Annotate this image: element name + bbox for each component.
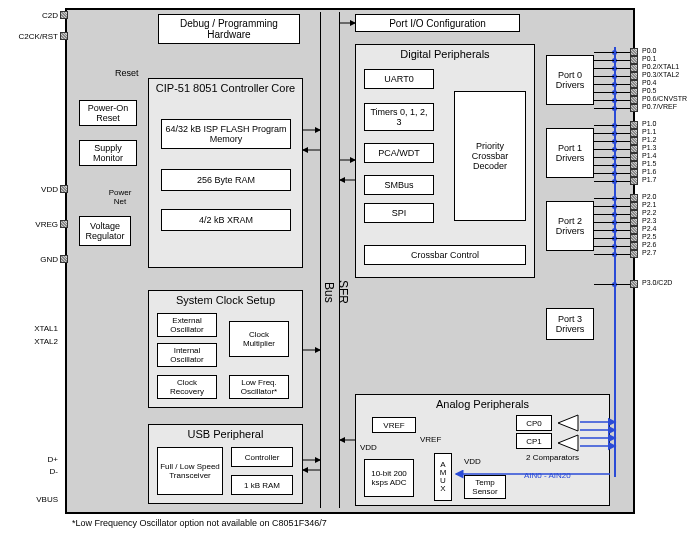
pin-wire bbox=[594, 284, 630, 285]
comparators-label: 2 Comparators bbox=[526, 453, 579, 462]
pin-wire bbox=[594, 222, 630, 223]
clock-title: System Clock Setup bbox=[149, 291, 302, 309]
pin-wire bbox=[594, 181, 630, 182]
analog-title: Analog Peripherals bbox=[356, 395, 609, 413]
pin-wire bbox=[594, 246, 630, 247]
pin-vreg bbox=[60, 220, 68, 228]
pin-p0-3-xtal2 bbox=[630, 72, 638, 80]
pin-wire bbox=[594, 198, 630, 199]
pin-label-p1-5: P1.5 bbox=[642, 160, 656, 167]
pin-label-xtal1: XTAL1 bbox=[0, 324, 58, 333]
pin-label-vreg: VREG bbox=[0, 220, 58, 229]
pin-wire bbox=[594, 230, 630, 231]
pin-p1-5 bbox=[630, 161, 638, 169]
pin-wire bbox=[594, 214, 630, 215]
adc-box: 10-bit 200 ksps ADC bbox=[364, 459, 414, 497]
digital-title: Digital Peripherals bbox=[356, 45, 534, 63]
pin-p3-0-c2d bbox=[630, 280, 638, 288]
digital-peripherals-group: Digital Peripherals UART0 Timers 0, 1, 2… bbox=[355, 44, 535, 278]
pin-p1-0 bbox=[630, 121, 638, 129]
pin-wire bbox=[594, 254, 630, 255]
usb-ram: 1 kB RAM bbox=[231, 475, 293, 495]
pin-p2-5 bbox=[630, 234, 638, 242]
svg-marker-1 bbox=[558, 435, 578, 451]
vdd-input-label: VDD bbox=[360, 443, 377, 452]
pin-label-gnd: GND bbox=[0, 255, 58, 264]
pin-wire bbox=[594, 84, 630, 85]
pin-p0-6-cnvstr bbox=[630, 96, 638, 104]
temp-sensor: Temp Sensor bbox=[464, 475, 506, 499]
pin-p2-2 bbox=[630, 210, 638, 218]
pin-wire bbox=[594, 165, 630, 166]
pin-wire bbox=[594, 76, 630, 77]
int-oscillator: Internal Oscillator bbox=[157, 343, 217, 367]
pin-label-p1-2: P1.2 bbox=[642, 136, 656, 143]
pin-label-p1-3: P1.3 bbox=[642, 144, 656, 151]
pin-p2-4 bbox=[630, 226, 638, 234]
pin-label-p0-1: P0.1 bbox=[642, 55, 656, 62]
pin-p1-3 bbox=[630, 145, 638, 153]
pin-p2-3 bbox=[630, 218, 638, 226]
smbus: SMBus bbox=[364, 175, 434, 195]
pin-label-p2-0: P2.0 bbox=[642, 193, 656, 200]
pin-p2-0 bbox=[630, 194, 638, 202]
pin-wire bbox=[594, 206, 630, 207]
core-title: CIP-51 8051 Controller Core bbox=[149, 79, 302, 97]
port0-drivers: Port 0 Drivers bbox=[546, 55, 594, 105]
pin-wire bbox=[594, 125, 630, 126]
amux-box: A M U X bbox=[434, 453, 452, 501]
pin-p0-1 bbox=[630, 56, 638, 64]
cp0-box: CP0 bbox=[516, 415, 552, 431]
pin-wire bbox=[594, 52, 630, 53]
port-io-config: Port I/O Configuration bbox=[355, 14, 520, 32]
pin-label-p1-4: P1.4 bbox=[642, 152, 656, 159]
pin-gnd bbox=[60, 255, 68, 263]
cp1-box: CP1 bbox=[516, 433, 552, 449]
pin-p2-6 bbox=[630, 242, 638, 250]
pin-wire bbox=[594, 238, 630, 239]
footnote: *Low Frequency Oscillator option not ava… bbox=[72, 518, 327, 528]
pin-p1-2 bbox=[630, 137, 638, 145]
uart0: UART0 bbox=[364, 69, 434, 89]
pin-label-p2-3: P2.3 bbox=[642, 217, 656, 224]
port1-drivers: Port 1 Drivers bbox=[546, 128, 594, 178]
pin-p0-4 bbox=[630, 80, 638, 88]
pin-label-p2-1: P2.1 bbox=[642, 201, 656, 208]
analog-peripherals-group: Analog Peripherals VREF VDD VREF 10-bit … bbox=[355, 394, 610, 506]
pin-label-p1-0: P1.0 bbox=[642, 120, 656, 127]
priority-crossbar-decoder: Priority Crossbar Decoder bbox=[454, 91, 526, 221]
pin-wire bbox=[594, 108, 630, 109]
pin-label-p2-2: P2.2 bbox=[642, 209, 656, 216]
voltage-regulator-box: Voltage Regulator bbox=[79, 216, 131, 246]
pin-wire bbox=[594, 133, 630, 134]
usb-title: USB Peripheral bbox=[149, 425, 302, 443]
pin-p1-1 bbox=[630, 129, 638, 137]
pin-p0-7-vref bbox=[630, 104, 638, 112]
pin-wire bbox=[594, 100, 630, 101]
ext-oscillator: External Oscillator bbox=[157, 313, 217, 337]
pin-label-p0-4: P0.4 bbox=[642, 79, 656, 86]
pin-p1-6 bbox=[630, 169, 638, 177]
low-freq-osc: Low Freq. Oscillator* bbox=[229, 375, 289, 399]
supply-monitor-box: Supply Monitor bbox=[79, 140, 137, 166]
pin-label-p0-6-cnvstr: P0.6/CNVSTR bbox=[642, 95, 687, 102]
pin-label-p0-3-xtal2: P0.3/XTAL2 bbox=[642, 71, 679, 78]
pin-p2-7 bbox=[630, 250, 638, 258]
pin-label-p1-7: P1.7 bbox=[642, 176, 656, 183]
pin-label-p3-0-c2d: P3.0/C2D bbox=[642, 279, 672, 286]
pin-wire bbox=[594, 141, 630, 142]
pin-wire bbox=[594, 173, 630, 174]
cip51-core-group: CIP-51 8051 Controller Core 64/32 kB ISP… bbox=[148, 78, 303, 268]
clock-multiplier: Clock Multiplier bbox=[229, 321, 289, 357]
sfr-bus-label: SFR Bus bbox=[322, 280, 350, 304]
pin-p0-2-xtal1 bbox=[630, 64, 638, 72]
pin-label-p1-1: P1.1 bbox=[642, 128, 656, 135]
vref-input-label: VREF bbox=[420, 435, 441, 444]
debug-programming-hw: Debug / Programming Hardware bbox=[158, 14, 300, 44]
pin-p0-5 bbox=[630, 88, 638, 96]
power-net-label: Power Net bbox=[105, 188, 135, 206]
pin-label-vdd: VDD bbox=[0, 185, 58, 194]
sfr-bus-spine bbox=[320, 12, 340, 508]
power-on-reset-box: Power-On Reset bbox=[79, 100, 137, 126]
core-xram: 4/2 kB XRAM bbox=[161, 209, 291, 231]
